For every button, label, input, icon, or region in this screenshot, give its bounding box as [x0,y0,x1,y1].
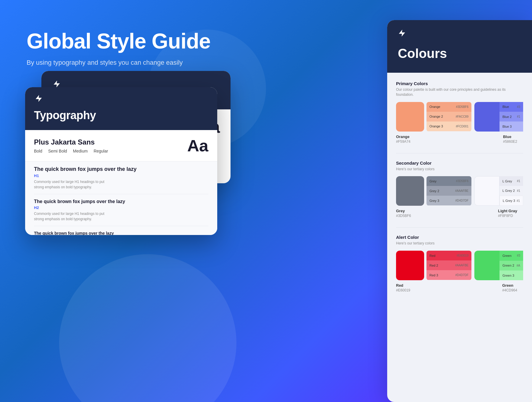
typo-item-h1: The quick brown fox jumps over the lazy … [34,166,208,194]
alert-color-labels: Red #E60019 Green #4CD964 [396,283,523,292]
alert-colors-group: Alert Color Here's our tertiary colors R… [396,235,523,292]
h2-heading: The quick brown fox jumps over the lazy [34,199,208,204]
green-shades: Green #3 Green 2 #A Green 3 [499,251,523,280]
primary-colors-group: Primary Colors Our colour palette is bui… [396,81,523,144]
grey-shades: Grey #3D5BF6 Grey 2 #AAAFBE Grey 3 #D4D7… [426,176,471,206]
primary-section-title: Primary Colors [396,81,523,86]
alert-color-row: Red #E60019 Red 2 #AAAFBE Red 3 #D4D7DF [396,251,523,280]
colours-panel: Colours Primary Colors Our colour palett… [387,20,532,402]
colours-body: Primary Colors Our colour palette is bui… [387,73,532,402]
grey-shade-2: Grey 2 #AAAFBE [426,186,471,196]
hero-subtitle: By using typography and styles you can c… [27,59,210,67]
hero-title: Global Style Guide [27,30,210,53]
lgrey-shade-3: L Grey 3 #1 [499,196,523,206]
grey-swatch [396,176,424,206]
card-front-logo [34,94,43,103]
colours-logo [398,29,521,39]
blue-swatch [474,102,499,132]
blue-label: Blue #5860E2 [503,134,517,144]
light-grey-swatch [474,176,499,206]
red-shade-2: Red 2 #AAAFBE [426,260,471,270]
typo-items: The quick brown fox jumps over the lazy … [25,161,217,235]
typo-item-h2: The quick brown fox jumps over the lazy … [34,199,208,226]
card-front-title: Typography [34,109,208,122]
fw-regular: Regular [94,149,108,153]
h3-heading: The quick brown fox jumps over the lazy [34,231,208,235]
secondary-color-labels: Grey #3D5BF6 Light Gray #F8F8FD [396,209,523,218]
font-preview-front: Aa [187,136,208,155]
bg-circle-1 [59,254,236,402]
font-weights-front: Bold Semi Bold Medium Regular [34,149,108,153]
primary-color-labels: Orange #F59A74 Blue #5860E2 [396,134,523,144]
secondary-section-title: Secondary Color [396,161,523,166]
grey-shade-3: Grey 3 #D4D7DF [426,196,471,205]
red-shade-1: Red #E60019 [426,251,471,260]
secondary-color-row: Grey #3D5BF6 Grey 2 #AAAFBE Grey 3 #D4D7… [396,176,523,206]
alert-section-title: Alert Color [396,235,523,240]
primary-section-desc: Our colour palette is built with our cor… [396,87,523,97]
blue-shades: Blue #3 Blue 2 #1 Blue 3 [499,102,523,132]
orange-shades: Orange #3D5BF6 Orange 2 #FACC89 Orange 3… [426,102,471,132]
secondary-section-desc: Here's our tertiary colors [396,167,523,172]
orange-shade-1: Orange #3D5BF6 [426,102,471,112]
typography-card-front: Typography Plus Jakarta Sans Bold Semi B… [25,87,217,235]
red-shade-3: Red 3 #D4D7DF [426,270,471,280]
light-grey-group: L Grey #1 L Grey 2 #1 L Grey 3 #1 [474,176,523,206]
alert-section-desc: Here's our tertiary colors [396,241,523,246]
h2-label: H2 [34,205,208,210]
fw-medium: Medium [73,149,88,153]
h1-desc1: Commonly used for large H1 headings to p… [34,179,208,184]
h1-desc2: strong emphasis on bold typography. [34,184,208,190]
blue-group: Blue #3 Blue 2 #1 Blue 3 [474,102,523,132]
colours-title: Colours [398,46,521,61]
font-name-front: Plus Jakarta Sans [34,138,108,146]
fw-semibold: Semi Bold [48,149,67,153]
green-shade-1: Green #3 [499,251,523,260]
divider-2 [396,227,523,228]
green-label: Green #4CD964 [502,283,517,292]
red-group: Red #E60019 Red 2 #AAAFBE Red 3 #D4D7DF [396,251,471,280]
typo-item-h3: The quick brown fox jumps over the lazy … [34,231,208,235]
blue-shade-3: Blue 3 [499,121,523,131]
red-shades: Red #E60019 Red 2 #AAAFBE Red 3 #D4D7DF [426,251,471,280]
green-group: Green #3 Green 2 #A Green 3 [474,251,523,280]
light-grey-shades: L Grey #1 L Grey 2 #1 L Grey 3 #1 [499,176,523,206]
lgrey-shade-1: L Grey #1 [499,176,523,186]
grey-label: Grey #3D5BF6 [396,209,411,218]
h2-desc1: Commonly used for large H1 headings to p… [34,211,208,216]
light-grey-label: Light Gray #F8F8FD [498,209,517,218]
blue-shade-1: Blue #3 [499,102,523,112]
grey-shade-1: Grey #3D5BF6 [426,176,471,186]
orange-swatch [396,102,424,132]
orange-shade-2: Orange 2 #FACC89 [426,112,471,121]
secondary-colors-group: Secondary Color Here's our tertiary colo… [396,161,523,218]
grey-group: Grey #3D5BF6 Grey 2 #AAAFBE Grey 3 #D4D7… [396,176,471,206]
fw-bold: Bold [34,149,42,153]
red-label: Red #E60019 [396,283,410,292]
blue-shade-2: Blue 2 #1 [499,112,523,121]
green-shade-3: Green 3 [499,270,523,280]
orange-group: Orange #3D5BF6 Orange 2 #FACC89 Orange 3… [396,102,471,132]
orange-label: Orange #F59A74 [396,134,411,144]
green-shade-2: Green 2 #A [499,261,523,270]
orange-shade-3: Orange 3 #FCD001 [426,121,471,131]
divider-1 [396,153,523,153]
h1-label: H1 [34,174,208,178]
h1-heading: The quick brown fox jumps over the lazy [34,166,208,172]
card-front-body: Plus Jakarta Sans Bold Semi Bold Medium … [25,130,217,161]
primary-color-row: Orange #3D5BF6 Orange 2 #FACC89 Orange 3… [396,102,523,132]
red-swatch [396,251,424,280]
colours-header: Colours [387,20,532,73]
green-swatch [474,251,499,280]
h2-desc2: strong emphasis on bold typography. [34,216,208,222]
lgrey-shade-2: L Grey 2 #1 [499,186,523,196]
